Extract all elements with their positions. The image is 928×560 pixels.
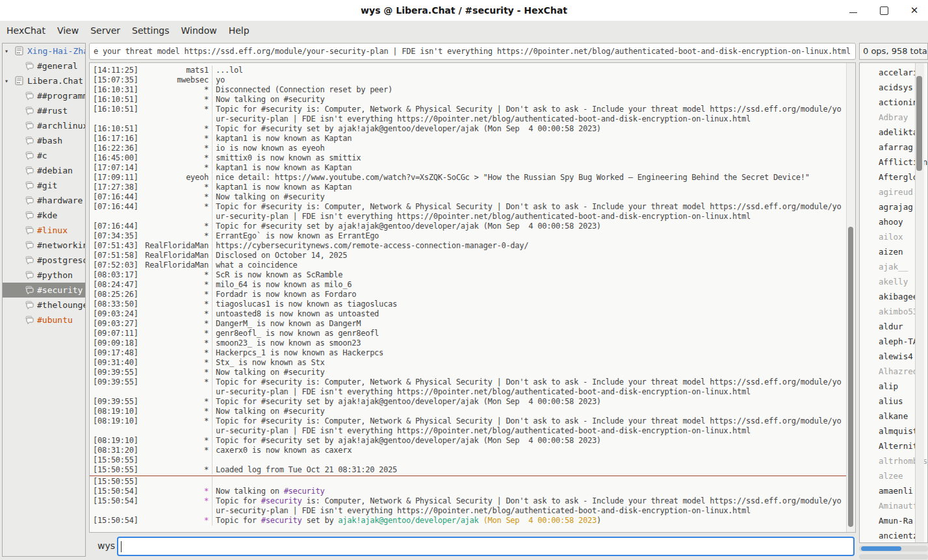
message: Now talking on #security <box>212 407 855 416</box>
tree-channel-rust[interactable]: ##rust <box>3 103 85 118</box>
window-title: wys @ Libera.Chat / #security - HexChat <box>361 5 567 16</box>
nick: * <box>140 280 212 290</box>
timestamp <box>90 426 140 436</box>
nick: * <box>140 270 212 280</box>
expander-icon[interactable]: ▾ <box>5 47 13 55</box>
tree-channel-postgresql[interactable]: #postgresql <box>3 253 85 268</box>
chat-row: [08:33:50]*tiagoslucas1 is now known as … <box>90 299 855 309</box>
nick: * <box>140 222 212 231</box>
menu-item-help[interactable]: Help <box>229 25 259 36</box>
server-tree: ▾Xing-Hai-Zhang#general▾Libera.Chat##pro… <box>2 43 86 557</box>
menu-item-hexchat[interactable]: HexChat <box>6 25 55 36</box>
tree-channel-general[interactable]: #general <box>3 58 85 73</box>
menu-item-server[interactable]: Server <box>90 25 130 36</box>
chat-row: [15:50:55] <box>90 455 855 465</box>
message: Topic for #security set by ajak!ajak@gen… <box>212 397 855 407</box>
tree-channel-linux[interactable]: #linux <box>3 223 85 238</box>
nick: * <box>140 436 212 446</box>
message: ErrantEgo` is now known as ErrantEgo <box>212 231 855 241</box>
tree-channel-programming[interactable]: ##programming <box>3 88 85 103</box>
chat-row: [17:09:11]eyeohnice detail: https://www.… <box>90 173 855 183</box>
tree-channel-kde[interactable]: #kde <box>3 208 85 223</box>
chat-row: [08:03:17]*ScR is now known as ScRamble <box>90 270 855 280</box>
timestamp: [16:17:16] <box>90 134 140 144</box>
tree-channel-archlinux[interactable]: #archlinux <box>3 118 85 133</box>
message: Now talking on #security <box>212 95 855 105</box>
channel-icon <box>24 166 34 175</box>
expander-icon[interactable]: ▾ <box>5 77 13 84</box>
timestamp <box>90 114 140 124</box>
tree-channel-ubuntu[interactable]: #ubuntu <box>3 312 85 327</box>
chat-row: ur-security-plan | FDE isn't everything … <box>90 212 855 222</box>
message: kaptan1 is now known as Kaptan <box>212 183 855 192</box>
chat-row: [16:10:51]*Topic for #security is: Compu… <box>90 105 855 114</box>
message-input[interactable] <box>117 537 855 556</box>
tree-channel-hardware[interactable]: #hardware <box>3 193 85 208</box>
tree-channel-git[interactable]: #git <box>3 178 85 193</box>
timestamp: [15:50:55] <box>90 477 140 487</box>
nick: * <box>140 309 212 319</box>
userlist-hscrollbar-thumb[interactable] <box>861 546 901 551</box>
chat-row: [14:11:25]mats1...lol <box>90 66 855 75</box>
chat-row: [09:09:18]*smoon23_ is now known as smoo… <box>90 338 855 348</box>
userlist-scrollbar-thumb[interactable] <box>916 76 922 171</box>
message: Topic for #security is: Computer, Networ… <box>212 377 855 387</box>
timestamp: [08:24:47] <box>90 280 140 290</box>
userlist-hscrollbar-secondary[interactable] <box>859 554 928 559</box>
user-count: 0 ops, 958 total <box>859 43 928 60</box>
maximize-button[interactable] <box>879 6 888 15</box>
tree-channel-thelounge[interactable]: #thelounge <box>3 298 85 312</box>
chat-scrollbar[interactable] <box>846 63 855 532</box>
tree-channel-networking[interactable]: #networking <box>3 238 85 253</box>
timestamp: [17:07:14] <box>90 163 140 173</box>
menu-item-window[interactable]: Window <box>181 25 226 36</box>
chat-row: [15:50:55]*Loaded log from Tue Oct 21 08… <box>90 465 855 475</box>
message: kaptan1 is now known as Kaptan <box>212 134 855 144</box>
minimize-button[interactable] <box>849 6 858 15</box>
timestamp <box>90 212 140 222</box>
message <box>212 477 855 487</box>
tree-server-libera.chat[interactable]: ▾Libera.Chat <box>3 73 85 88</box>
topic-entry[interactable]: e your threat model https://ssd.eff.org/… <box>89 43 856 60</box>
title-bar: wys @ Libera.Chat / #security - HexChat … <box>0 0 928 21</box>
tree-channel-python[interactable]: #python <box>3 268 85 283</box>
nick: * <box>140 290 212 299</box>
tree-channel-bash[interactable]: #bash <box>3 133 85 148</box>
chat-scrollbar-thumb[interactable] <box>848 227 853 527</box>
tree-channel-debian[interactable]: #debian <box>3 163 85 178</box>
userlist-hscrollbar[interactable] <box>859 546 928 552</box>
nick: * <box>140 397 212 407</box>
timestamp: [16:10:31] <box>90 85 140 95</box>
timestamp: [09:03:24] <box>90 309 140 319</box>
tree-channel-c[interactable]: #c <box>3 148 85 163</box>
menu-item-view[interactable]: View <box>57 25 88 36</box>
chat-row: [16:10:51]*Now talking on #security <box>90 95 855 105</box>
nick <box>140 212 212 222</box>
menu-item-settings[interactable]: Settings <box>132 25 179 36</box>
timestamp: [14:11:25] <box>90 66 140 75</box>
channel-icon <box>24 285 34 295</box>
nick: * <box>140 377 212 387</box>
chat-row: [08:25:26]*Fordadr is now known as Forda… <box>90 290 855 299</box>
server-icon <box>14 76 24 86</box>
chat-row: [17:07:14]*kaptan1 is now known as Kapta… <box>90 163 855 173</box>
nick: * <box>140 446 212 455</box>
channel-icon <box>24 136 34 146</box>
close-button[interactable]: ✕ <box>910 6 919 15</box>
timestamp: [07:52:03] <box>90 261 140 270</box>
nick: RealFloridaMan <box>140 251 212 261</box>
timestamp: [15:07:35] <box>90 75 140 85</box>
nick: RealFloridaMan <box>140 241 212 251</box>
nick: * <box>140 496 212 506</box>
tree-channel-security[interactable]: #security <box>3 283 85 298</box>
channel-icon <box>24 315 34 325</box>
timestamp: [08:31:20] <box>90 446 140 455</box>
chat-row: [09:07:11]*genr8eofl_ is now known as ge… <box>90 329 855 338</box>
tree-server-xing-hai-zhang[interactable]: ▾Xing-Hai-Zhang <box>3 44 85 58</box>
nick: * <box>140 124 212 134</box>
timestamp: [07:34:35] <box>90 231 140 241</box>
message: nice detail: https://www.youtube.com/wat… <box>212 173 855 183</box>
chat-row: [07:16:44]*Topic for #security set by aj… <box>90 222 855 231</box>
timestamp: [08:03:17] <box>90 270 140 280</box>
timestamp: [15:50:55] <box>90 455 140 465</box>
